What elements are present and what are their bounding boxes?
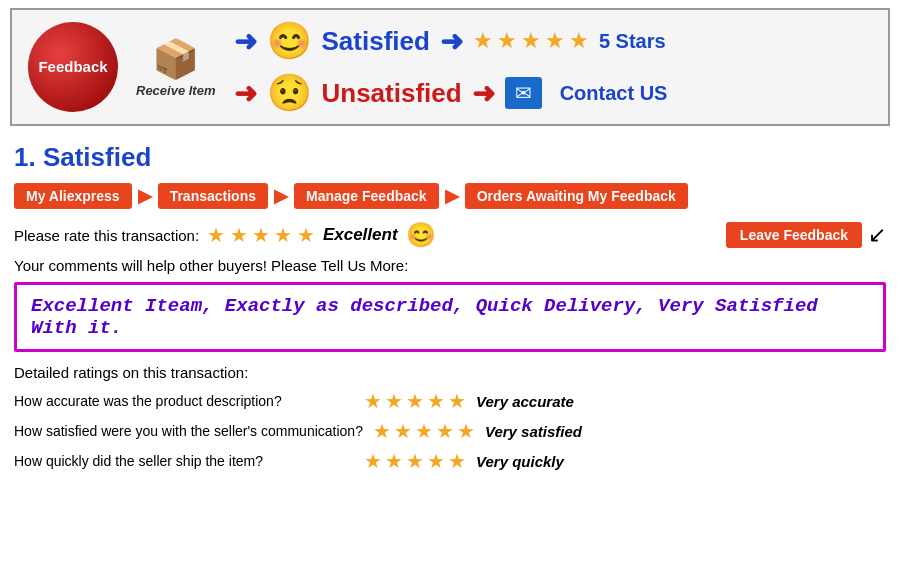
breadcrumb-manage-feedback[interactable]: Manage Feedback (294, 183, 439, 209)
rating-answer-0: Very accurate (476, 393, 574, 410)
rating-question-2: How quickly did the seller ship the item… (14, 453, 354, 469)
rate-star-3[interactable]: ★ (252, 224, 270, 246)
rate-stars[interactable]: ★ ★ ★ ★ ★ (207, 223, 315, 247)
excellent-smiley: 😊 (406, 221, 436, 249)
star1: ★ (473, 28, 493, 54)
rating-row-2: How quickly did the seller ship the item… (14, 449, 886, 473)
box-icon: 📦 (152, 37, 199, 81)
five-stars: ★ ★ ★ ★ ★ (473, 28, 589, 54)
unsatisfied-label: Unsatisfied (322, 78, 462, 109)
satisfied-label: Satisfied (322, 26, 430, 57)
mail-icon: ✉ (515, 81, 532, 105)
flow-column: ➜ 😊 Satisfied ➜ ★ ★ ★ ★ ★ 5 Stars ➜ 😟 Un… (234, 20, 873, 114)
section-title: 1. Satisfied (14, 142, 886, 173)
rate-label: Please rate this transaction: (14, 227, 199, 244)
breadcrumb-arrow-2: ▶ (274, 185, 288, 207)
excellent-label: Excellent (323, 225, 398, 245)
mail-icon-wrap: ✉ (505, 77, 542, 109)
arrow-to-unsatisfied: ➜ (234, 77, 257, 110)
feedback-circle-label: Feedback (38, 58, 107, 76)
breadcrumb: My Aliexpress ▶ Transactions ▶ Manage Fe… (14, 183, 886, 209)
receive-item-label: Receive Item (136, 83, 216, 98)
rating-stars-1: ★ ★ ★ ★ ★ (373, 419, 475, 443)
rating-question-1: How satisfied were you with the seller's… (14, 423, 363, 439)
breadcrumb-transactions[interactable]: Transactions (158, 183, 268, 209)
five-stars-label: 5 Stars (599, 30, 666, 53)
breadcrumb-my-aliexpress[interactable]: My Aliexpress (14, 183, 132, 209)
happy-smiley: 😊 (267, 20, 312, 62)
rating-stars-2: ★ ★ ★ ★ ★ (364, 449, 466, 473)
breadcrumb-orders-awaiting[interactable]: Orders Awaiting My Feedback (465, 183, 688, 209)
comment-text: Excellent Iteam, Exactly as described, Q… (31, 295, 818, 339)
rating-stars-0: ★ ★ ★ ★ ★ (364, 389, 466, 413)
rating-answer-2: Very quickly (476, 453, 564, 470)
receive-item-block: 📦 Receive Item (136, 37, 216, 98)
curved-arrow-icon: ↙ (868, 222, 886, 248)
leave-feedback-button[interactable]: Leave Feedback (726, 222, 862, 248)
sad-smiley: 😟 (267, 72, 312, 114)
section-1: 1. Satisfied My Aliexpress ▶ Transaction… (0, 134, 900, 487)
star2: ★ (497, 28, 517, 54)
banner-section: Feedback 📦 Receive Item ➜ 😊 Satisfied ➜ … (10, 8, 890, 126)
rating-row-1: How satisfied were you with the seller's… (14, 419, 886, 443)
star4: ★ (545, 28, 565, 54)
contact-us-label: Contact US (560, 82, 668, 105)
comments-label: Your comments will help other buyers! Pl… (14, 257, 886, 274)
star3: ★ (521, 28, 541, 54)
arrow-to-stars: ➜ (440, 25, 463, 58)
arrow-to-contact: ➜ (472, 77, 495, 110)
rate-star-2[interactable]: ★ (230, 224, 248, 246)
rate-star-1[interactable]: ★ (207, 224, 225, 246)
rate-star-4[interactable]: ★ (274, 224, 292, 246)
breadcrumb-arrow-1: ▶ (138, 185, 152, 207)
star5: ★ (569, 28, 589, 54)
rating-question-0: How accurate was the product description… (14, 393, 354, 409)
leave-feedback-label: Leave Feedback (740, 227, 848, 243)
feedback-circle: Feedback (28, 22, 118, 112)
rating-answer-1: Very satisfied (485, 423, 582, 440)
rate-row: Please rate this transaction: ★ ★ ★ ★ ★ … (14, 221, 886, 249)
comment-box: Excellent Iteam, Exactly as described, Q… (14, 282, 886, 352)
rating-row-0: How accurate was the product description… (14, 389, 886, 413)
unsatisfied-row: ➜ 😟 Unsatisfied ➜ ✉ Contact US (234, 72, 873, 114)
arrow-to-satisfied: ➜ (234, 25, 257, 58)
rate-star-5[interactable]: ★ (297, 224, 315, 246)
satisfied-row: ➜ 😊 Satisfied ➜ ★ ★ ★ ★ ★ 5 Stars (234, 20, 873, 62)
breadcrumb-arrow-3: ▶ (445, 185, 459, 207)
detailed-label: Detailed ratings on this transaction: (14, 364, 886, 381)
